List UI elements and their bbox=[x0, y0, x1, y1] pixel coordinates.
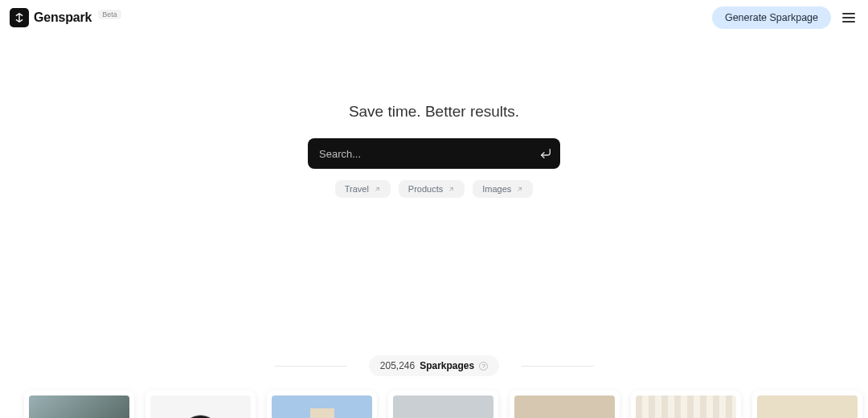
card-thumbnail bbox=[393, 395, 493, 418]
sparkpage-card[interactable] bbox=[24, 391, 134, 418]
beta-badge: Beta bbox=[98, 10, 121, 19]
divider bbox=[522, 366, 594, 367]
tagline: Save time. Better results. bbox=[349, 103, 519, 121]
brand-name: Genspark bbox=[34, 10, 92, 25]
sparkpages-counter: 205,246 Sparkpages ? bbox=[369, 355, 499, 376]
chip-products[interactable]: Products bbox=[399, 180, 465, 198]
search-input[interactable] bbox=[319, 148, 539, 160]
info-icon[interactable]: ? bbox=[479, 362, 488, 371]
card-thumbnail bbox=[272, 395, 372, 418]
sparkpage-card[interactable] bbox=[267, 391, 377, 418]
chip-images[interactable]: Images bbox=[473, 180, 533, 198]
counter-number: 205,246 bbox=[380, 360, 415, 371]
sparkpage-card[interactable] bbox=[631, 391, 741, 418]
card-thumbnail bbox=[636, 395, 736, 418]
search-bar[interactable] bbox=[308, 138, 560, 169]
card-thumbnail bbox=[757, 395, 858, 418]
chip-travel[interactable]: Travel bbox=[335, 180, 391, 198]
generate-sparkpage-button[interactable]: Generate Sparkpage bbox=[712, 6, 831, 29]
card-thumbnail bbox=[514, 395, 615, 418]
sparkpage-cards bbox=[0, 376, 868, 418]
arrow-up-right-icon bbox=[448, 186, 455, 193]
menu-icon[interactable] bbox=[839, 10, 858, 26]
sparkpage-card[interactable] bbox=[145, 391, 256, 418]
card-thumbnail bbox=[150, 395, 251, 418]
chip-label: Products bbox=[408, 184, 443, 194]
enter-icon[interactable] bbox=[539, 147, 552, 160]
chip-label: Images bbox=[482, 184, 511, 194]
sparkpage-card[interactable] bbox=[510, 391, 620, 418]
logo-icon bbox=[10, 8, 29, 27]
brand-area[interactable]: Genspark Beta bbox=[10, 8, 121, 27]
card-thumbnail bbox=[29, 395, 129, 418]
chip-label: Travel bbox=[345, 184, 369, 194]
arrow-up-right-icon bbox=[516, 186, 523, 193]
sparkpage-card[interactable] bbox=[752, 391, 862, 418]
arrow-up-right-icon bbox=[374, 186, 381, 193]
counter-label: Sparkpages bbox=[420, 360, 474, 371]
sparkpage-card[interactable] bbox=[388, 391, 498, 418]
divider bbox=[274, 366, 346, 367]
